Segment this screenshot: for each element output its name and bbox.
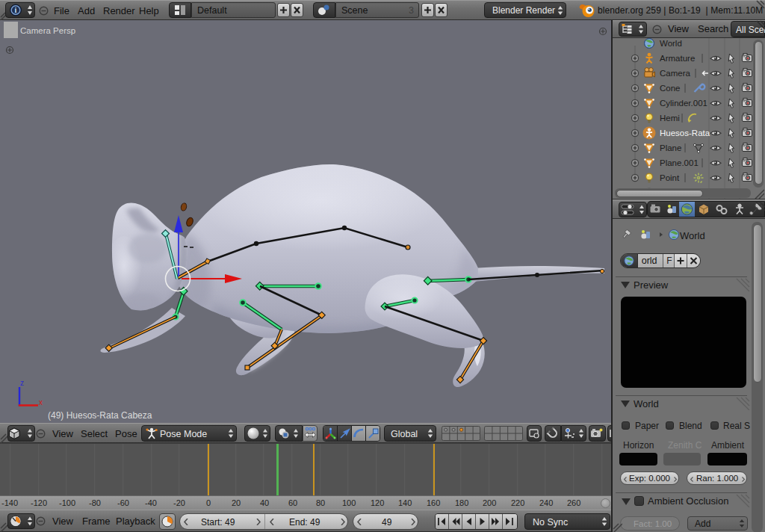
svg-text:x: x — [39, 398, 43, 406]
svg-text:z: z — [20, 379, 24, 387]
svg-text:(49) Huesos-Rata Cabeza: (49) Huesos-Rata Cabeza — [48, 410, 152, 421]
svg-text:i: i — [15, 6, 17, 14]
svg-text:Camera Persp: Camera Persp — [20, 26, 75, 35]
